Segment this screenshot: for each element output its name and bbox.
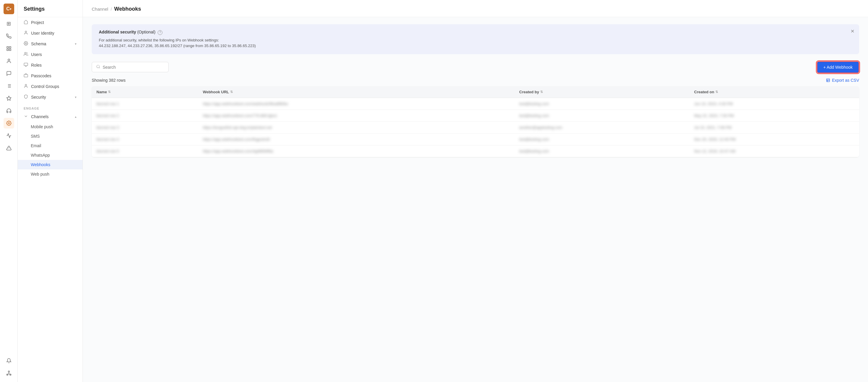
sidebar-item-security[interactable]: Security ▾ <box>18 92 83 102</box>
bell-icon[interactable] <box>4 355 14 366</box>
warning-icon[interactable] <box>4 143 14 153</box>
chart-icon[interactable] <box>4 43 14 54</box>
sidebar-item-mobile-push[interactable]: Mobile push <box>18 122 83 131</box>
cell-created-by: another@apptesting.com <box>515 121 689 133</box>
sidebar-item-channels[interactable]: Channels ▴ <box>18 111 83 122</box>
svg-point-22 <box>26 43 27 44</box>
col-name[interactable]: Name ⇅ <box>92 86 198 98</box>
sidebar: Settings Project User Identity Schema ▾ … <box>18 0 83 382</box>
svg-point-21 <box>25 31 27 33</box>
grid-icon[interactable]: ⊞ <box>4 18 14 29</box>
sidebar-item-webhooks[interactable]: Webhooks <box>18 160 83 169</box>
add-webhook-button[interactable]: + Add Webhook <box>817 61 859 73</box>
passcodes-icon <box>24 73 28 79</box>
col-created-on[interactable]: Created on ⇅ <box>689 86 859 98</box>
breadcrumb-current: Webhooks <box>114 6 141 12</box>
table-row: blurred row 2 https://app.webhooktest.co… <box>92 110 859 121</box>
phone-icon[interactable] <box>4 31 14 41</box>
svg-point-28 <box>97 65 99 68</box>
channels-icon <box>24 114 28 119</box>
sidebar-item-users[interactable]: Users <box>18 49 83 60</box>
sidebar-item-passcodes[interactable]: Passcodes <box>18 70 83 81</box>
cell-created-by: test@testing.com <box>515 133 689 145</box>
headset-icon[interactable] <box>4 106 14 116</box>
content-area: Additional security (Optional) ? For add… <box>83 17 868 382</box>
svg-point-4 <box>8 59 10 61</box>
row-count: Showing 382 rows <box>92 78 125 83</box>
sidebar-passcodes-label: Passcodes <box>31 74 76 78</box>
sidebar-roles-label: Roles <box>31 63 76 67</box>
sidebar-item-project[interactable]: Project <box>18 17 83 28</box>
icon-rail: C ▾ ⊞ <box>0 0 18 382</box>
schema-chevron-icon: ▾ <box>75 42 76 46</box>
notice-close-button[interactable]: ✕ <box>850 28 855 34</box>
search-input[interactable] <box>103 65 164 69</box>
sidebar-item-web-push[interactable]: Web push <box>18 169 83 179</box>
tag-icon[interactable] <box>4 93 14 104</box>
security-notice-title: Additional security (Optional) ? <box>99 30 852 35</box>
security-icon <box>24 94 28 100</box>
cell-created-on: Nov 12, 2019, 10:47 AM <box>689 145 859 157</box>
whatsapp-label: WhatsApp <box>31 153 50 157</box>
sidebar-schema-label: Schema <box>31 41 72 46</box>
svg-rect-30 <box>827 79 830 82</box>
export-csv-button[interactable]: Export as CSV <box>826 78 859 83</box>
col-created-by[interactable]: Created by ⇅ <box>515 86 689 98</box>
sidebar-item-user-identity[interactable]: User Identity <box>18 28 83 38</box>
app-logo[interactable]: C ▾ <box>4 4 14 14</box>
analytics-icon[interactable] <box>4 130 14 141</box>
cell-created-by: test@testing.com <box>515 110 689 121</box>
svg-point-23 <box>25 52 26 54</box>
cell-name: blurred row 2 <box>92 110 198 121</box>
notice-title-optional: (Optional) <box>137 30 155 34</box>
created-on-sort-icon: ⇅ <box>715 90 718 94</box>
webhooks-label: Webhooks <box>31 162 50 167</box>
sidebar-user-identity-label: User Identity <box>31 31 76 35</box>
cell-created-by: test@testing.com <box>515 145 689 157</box>
search-icon <box>96 64 100 69</box>
table-row: blurred row 5 https://app.webhooktest.co… <box>92 145 859 157</box>
svg-rect-0 <box>7 47 8 48</box>
web-push-label: Web push <box>31 172 50 176</box>
security-chevron-icon: ▾ <box>75 95 76 99</box>
person-icon[interactable] <box>4 56 14 66</box>
table-meta: Showing 382 rows Export as CSV <box>92 78 859 83</box>
table-row: blurred row 1 https://app.webhooktest.co… <box>92 98 859 110</box>
sidebar-item-email[interactable]: Email <box>18 141 83 150</box>
col-webhook-url[interactable]: Webhook URL ⇅ <box>198 86 515 98</box>
cell-created-by: test@testing.com <box>515 98 689 110</box>
control-groups-icon <box>24 84 28 89</box>
main-content: Channel / Webhooks Additional security (… <box>83 0 868 382</box>
engage-section-label: ENGAGE <box>18 102 83 111</box>
breadcrumb-parent[interactable]: Channel <box>92 6 108 11</box>
cell-created-on: Jun 10, 2023, 4:30 PM <box>689 98 859 110</box>
list-icon[interactable] <box>4 81 14 91</box>
project-icon <box>24 20 28 25</box>
cell-url: https://tonguefish.api-dog.in/plaintext.… <box>198 121 515 133</box>
help-icon[interactable]: ? <box>158 30 162 35</box>
toolbar: + Add Webhook <box>92 61 859 73</box>
svg-rect-1 <box>9 47 11 48</box>
network-icon[interactable] <box>4 368 14 378</box>
svg-point-12 <box>8 123 9 124</box>
sidebar-item-sms[interactable]: SMS <box>18 131 83 141</box>
users-icon <box>24 52 28 57</box>
sidebar-project-label: Project <box>31 20 76 25</box>
chat-icon[interactable] <box>4 68 14 79</box>
channels-chevron-icon: ▴ <box>75 115 76 119</box>
svg-rect-3 <box>7 49 8 51</box>
svg-marker-11 <box>6 96 11 100</box>
sidebar-item-whatsapp[interactable]: WhatsApp <box>18 150 83 160</box>
cell-created-on: May 22, 2023, 7:30 PM <box>689 110 859 121</box>
svg-point-27 <box>25 84 27 86</box>
sidebar-item-control-groups[interactable]: Control Groups <box>18 81 83 92</box>
settings-rail-icon[interactable] <box>4 118 14 128</box>
sidebar-control-groups-label: Control Groups <box>31 84 76 89</box>
cell-created-on: Dec 20, 2020, 12:40 PM <box>689 133 859 145</box>
created-by-sort-icon: ⇅ <box>540 90 543 94</box>
sidebar-item-roles[interactable]: Roles <box>18 60 83 70</box>
cell-url: https://app.webhooktest.com/4g98f0Mf8a <box>198 145 515 157</box>
search-box <box>92 62 168 72</box>
svg-rect-2 <box>9 49 11 51</box>
sidebar-item-schema[interactable]: Schema ▾ <box>18 38 83 49</box>
